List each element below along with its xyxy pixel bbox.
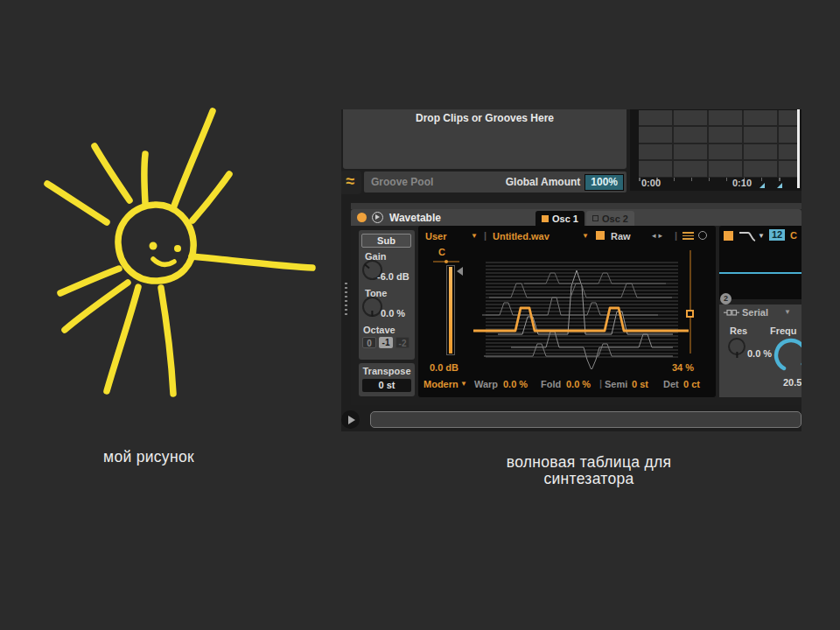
- caption-my-drawing: мой рисунок: [52, 448, 245, 466]
- chevron-down-icon[interactable]: ▼: [758, 232, 765, 240]
- groove-pool-label: Groove Pool: [371, 176, 506, 188]
- arrangement-timeline[interactable]: 0:00 0:10: [630, 109, 802, 191]
- oscillator-panel: User ▼ | Untitled.wav ▼ Raw ◂▸ | C 0.0 d…: [418, 226, 716, 397]
- transpose-section: Transpose 0 st: [359, 363, 415, 396]
- semi-label: Semi: [605, 379, 627, 389]
- divider: |: [675, 230, 677, 241]
- wavetable-display[interactable]: [472, 247, 690, 369]
- tab-osc-1[interactable]: Osc 1: [536, 211, 584, 226]
- slider-handle-icon[interactable]: [457, 267, 463, 276]
- wavetable-view-menu-icon[interactable]: [682, 232, 694, 242]
- divider: |: [484, 230, 486, 241]
- detune-label: Det: [663, 379, 679, 389]
- resonance-label: Res: [730, 326, 747, 336]
- fold-value[interactable]: 0.0 %: [566, 379, 591, 389]
- octave-minus2-button[interactable]: -2: [396, 337, 410, 348]
- device-preview-play-icon[interactable]: [372, 212, 383, 223]
- effect-mode-label[interactable]: Raw: [611, 231, 631, 242]
- sub-button[interactable]: Sub: [361, 234, 411, 248]
- warp-value[interactable]: 0.0 %: [503, 379, 528, 389]
- resonance-value[interactable]: 0.0 %: [747, 348, 772, 359]
- groove-drop-zone[interactable]: Drop Clips or Grooves Here: [343, 109, 626, 169]
- serial-routing-icon: [724, 309, 739, 317]
- wavetable-category-select[interactable]: User: [425, 231, 446, 242]
- device-activator-icon[interactable]: [357, 213, 367, 222]
- frequency-knob[interactable]: [772, 336, 802, 374]
- sub-osc-section: Sub Gain -6.0 dB Tone 0.0 % Octave 0 -1 …: [359, 230, 415, 360]
- wave-mode-select[interactable]: Modern: [424, 379, 458, 389]
- filter-panel: ▼ 12 C 2 Serial ▼ Res Frequ: [719, 226, 802, 397]
- wavetable-circle-view-icon[interactable]: [698, 231, 707, 240]
- wavetable-file-select[interactable]: Untitled.wav: [493, 231, 550, 242]
- sun-rays: [47, 111, 312, 394]
- device-top-strip: [351, 203, 802, 209]
- warp-label: Warp: [474, 379, 498, 389]
- caption-wavetable-line1: волновая таблица для: [392, 454, 786, 471]
- transpose-label: Transpose: [359, 366, 415, 376]
- groove-pool-bar: Groove Pool Global Amount 100%: [364, 172, 626, 192]
- tab-osc-1-label: Osc 1: [552, 214, 578, 224]
- tone-knob[interactable]: [362, 297, 382, 317]
- osc-transpose-note[interactable]: C: [438, 247, 445, 257]
- filter-type-label[interactable]: C: [790, 230, 797, 241]
- chevron-down-icon[interactable]: ▼: [582, 232, 589, 240]
- filter-controls: Serial ▼ Res Frequ 0.0 % 20.5: [719, 304, 802, 397]
- note-mini-slider[interactable]: [433, 261, 459, 262]
- chevron-down-icon[interactable]: ▼: [471, 232, 478, 240]
- fold-label: Fold: [541, 379, 561, 389]
- octave-label: Octave: [363, 325, 396, 335]
- global-amount-label: Global Amount: [506, 176, 581, 188]
- scrub-bar[interactable]: [370, 411, 802, 428]
- groove-wave-icon[interactable]: ≈: [341, 171, 361, 194]
- ableton-screenshot: Drop Clips or Grooves Here Groove Pool G…: [341, 109, 802, 431]
- lowpass-curve-icon[interactable]: [738, 230, 756, 242]
- loop-marker-icon[interactable]: [760, 183, 765, 188]
- sun-head: [118, 205, 193, 281]
- filter-response-curve: [719, 272, 802, 274]
- osc-gain-slider[interactable]: [446, 265, 455, 355]
- loop-marker-icon[interactable]: [777, 183, 782, 188]
- play-button[interactable]: [341, 410, 360, 429]
- octave-selector: 0 -1 -2: [362, 337, 410, 348]
- device-drag-handle-icon[interactable]: [345, 283, 347, 318]
- sun-eyes: [150, 242, 182, 253]
- filter-slope-value[interactable]: 12: [769, 229, 785, 241]
- frequency-label: Frequ: [770, 326, 797, 336]
- timeline-scroll-edge: [797, 109, 800, 188]
- octave-0-button[interactable]: 0: [362, 337, 376, 348]
- wave-position-handle[interactable]: [686, 310, 694, 318]
- tab-osc-2-label: Osc 2: [602, 214, 628, 224]
- osc2-active-icon[interactable]: [592, 215, 598, 221]
- detune-value[interactable]: 0 ct: [683, 379, 700, 389]
- wavetable-device: Wavetable Osc 1 Osc 2 Sub Gain -6.0 dB T…: [351, 203, 802, 405]
- frequency-value[interactable]: 20.5: [783, 377, 802, 388]
- filter-on-icon[interactable]: [724, 231, 733, 241]
- filter-display[interactable]: ▼ 12 C: [719, 226, 802, 299]
- wave-position-value[interactable]: 34 %: [672, 362, 694, 373]
- chevron-down-icon[interactable]: ▼: [784, 308, 791, 316]
- caption-wavetable: волновая таблица для синтезатора: [392, 454, 786, 487]
- caption-wavetable-line2: синтезатора: [392, 471, 786, 487]
- prev-next-wavetable-icons[interactable]: ◂▸: [652, 231, 665, 240]
- osc1-active-icon[interactable]: [542, 215, 549, 222]
- filter-2-badge[interactable]: 2: [720, 293, 732, 304]
- device-title: Wavetable: [389, 212, 441, 224]
- timeline-grid[interactable]: [639, 110, 797, 178]
- filter-routing-select[interactable]: Serial: [742, 307, 768, 318]
- octave-minus1-button[interactable]: -1: [379, 337, 393, 348]
- tab-osc-2[interactable]: Osc 2: [586, 211, 634, 226]
- wave-position-slider[interactable]: [690, 250, 691, 354]
- effect-mode-active-icon[interactable]: [596, 231, 605, 240]
- osc-gain-value[interactable]: 0.0 dB: [430, 362, 458, 373]
- divider: |: [599, 378, 602, 388]
- tone-value[interactable]: 0.0 %: [381, 308, 405, 318]
- timeline-label-10: 0:10: [732, 178, 752, 188]
- global-amount-value[interactable]: 100%: [584, 174, 624, 191]
- semi-value[interactable]: 0 st: [632, 379, 648, 389]
- chevron-down-icon[interactable]: ▼: [460, 380, 467, 388]
- resonance-knob[interactable]: [728, 338, 746, 355]
- transpose-value[interactable]: 0 st: [362, 379, 411, 392]
- sun-smile: [153, 259, 174, 264]
- osc-gain-slider-fill: [449, 267, 452, 354]
- gain-value[interactable]: -6.0 dB: [377, 271, 410, 282]
